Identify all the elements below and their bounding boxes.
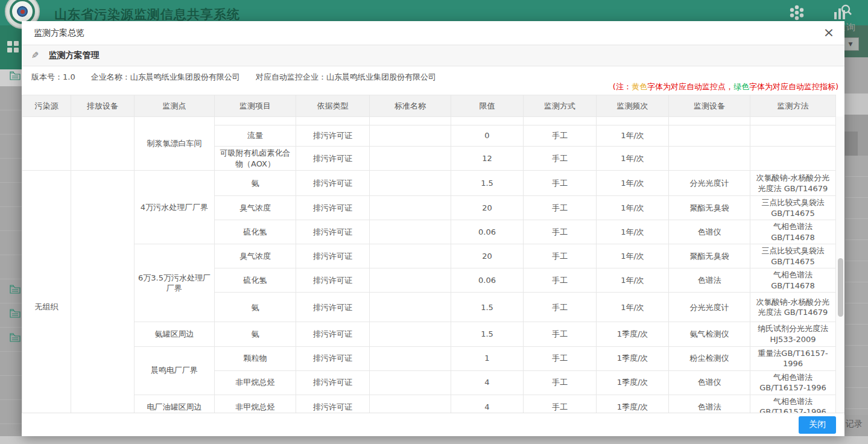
cell-frequency: 1年/次 xyxy=(597,125,669,147)
dialog-title: 监测方案总览 xyxy=(34,28,84,39)
cell-item: 硫化氢 xyxy=(215,220,296,244)
cell-mode: 手工 xyxy=(524,322,597,346)
table-row: 无组织4万污水处理厂厂界氨排污许可证1.5手工1年/次分光光度计次氯酸钠-水杨酸… xyxy=(22,171,836,196)
cell-device: 粉尘检测仪 xyxy=(669,346,750,370)
sidebar-menu-grid-icon[interactable] xyxy=(7,41,19,52)
cell-basis: 排污许可证 xyxy=(296,322,370,346)
pencil-icon: ✎ xyxy=(31,50,39,61)
cell-item: 氨 xyxy=(215,293,296,322)
background-record-text: 记录 xyxy=(846,419,863,430)
cell-standard xyxy=(370,171,451,196)
cell-frequency: 1季度/次 xyxy=(597,395,669,413)
table-body: 制浆氯漂白车间流量排污许可证0手工1年/次可吸附有机卤素化合物（AOX）排污许可… xyxy=(22,117,836,413)
cell-device xyxy=(669,125,750,147)
table-row: 电厂油罐区周边非甲烷总烃排污许可证4手工1季度/次色谱法气相色谱法 GB/T16… xyxy=(22,395,836,413)
column-header: 监测点 xyxy=(135,95,215,117)
cell-point: 晨鸣电厂厂界 xyxy=(135,346,215,395)
note-green: 绿色 xyxy=(733,82,749,91)
cell-standard xyxy=(370,147,451,171)
folder-icon[interactable] xyxy=(10,309,21,318)
folder-icon[interactable] xyxy=(10,333,21,342)
cell-mode: 手工 xyxy=(524,293,597,322)
section-title: 监测方案管理 xyxy=(49,50,100,61)
cell-limit: 1 xyxy=(451,346,524,370)
cell-device: 色谱法 xyxy=(669,268,750,293)
monitoring-plan-table: 污染源排放设备监测点监测项目依据类型标准名称限值监测方式监测频次监测设备监测方法… xyxy=(22,95,836,413)
cell-basis xyxy=(296,117,370,125)
column-header: 监测项目 xyxy=(215,95,296,117)
close-button[interactable]: 关闭 xyxy=(799,416,836,434)
cell-device: 聚酯无臭袋 xyxy=(669,244,750,268)
cell-method xyxy=(750,147,836,171)
column-header: 监测频次 xyxy=(597,95,669,117)
cell-limit: 0.06 xyxy=(451,220,524,244)
column-header: 监测设备 xyxy=(669,95,750,117)
cell-frequency: 1年/次 xyxy=(597,171,669,196)
version-value: 1.0 xyxy=(63,72,75,81)
cell-basis: 排污许可证 xyxy=(296,268,370,293)
cell-item xyxy=(215,117,296,125)
cell-device: 色谱仪 xyxy=(669,370,750,395)
version-label: 版本号： xyxy=(31,72,63,81)
cell-device: 聚酯无臭袋 xyxy=(669,196,750,220)
version-info: 版本号：1.0 xyxy=(31,72,75,81)
cell-method: 三点比较式臭袋法 GB/T14675 xyxy=(750,196,836,220)
table-scrollbar[interactable] xyxy=(835,116,844,413)
cell-method: 三点比较式臭袋法 GB/T14675 xyxy=(750,244,836,268)
cell-item: 臭气浓度 xyxy=(215,196,296,220)
column-header: 限值 xyxy=(451,95,524,117)
cell-point: 6万3.5万污水处理厂厂界 xyxy=(135,244,215,322)
cell-limit: 0.06 xyxy=(451,268,524,293)
column-header: 监测方式 xyxy=(524,95,597,117)
cell-item: 非甲烷总烃 xyxy=(215,395,296,413)
note-mid: 字体为对应自动监控点， xyxy=(647,82,733,91)
cell-limit: 12 xyxy=(451,147,524,171)
cell-item: 臭气浓度 xyxy=(215,244,296,268)
column-header: 污染源 xyxy=(22,95,71,117)
cell-standard xyxy=(370,220,451,244)
cell-mode: 手工 xyxy=(524,171,597,196)
cell-standard xyxy=(370,125,451,147)
close-icon[interactable]: × xyxy=(822,26,836,39)
cell-frequency: 1季度/次 xyxy=(597,322,669,346)
cell-mode: 手工 xyxy=(524,196,597,220)
background-dropdown[interactable]: ▼ xyxy=(842,37,859,51)
cell-limit xyxy=(451,117,524,125)
company-label: 企业名称： xyxy=(91,72,130,81)
cell-item: 硫化氢 xyxy=(215,268,296,293)
cell-standard xyxy=(370,268,451,293)
cell-method: 纳氏试剂分光光度法HJ533-2009 xyxy=(750,322,836,346)
app-logo-core xyxy=(17,6,28,17)
cell-pollution_source: 无组织 xyxy=(22,171,71,413)
sidebar-dimmed-list xyxy=(0,86,22,436)
section-bar: ✎ 监测方案管理 xyxy=(22,45,844,66)
note-prefix: (注： xyxy=(613,82,632,91)
dialog-header: 监测方案总览 × xyxy=(22,21,844,45)
cell-equipment xyxy=(71,171,135,413)
folder-icon[interactable] xyxy=(10,71,21,80)
note-suffix: 字体为对应自动监控指标) xyxy=(749,82,838,91)
cell-mode: 手工 xyxy=(524,346,597,370)
background-table-rows xyxy=(844,156,868,415)
cell-device: 氨气检测仪 xyxy=(669,322,750,346)
cell-method: 气相色谱法 GB/T14678 xyxy=(750,220,836,244)
cell-standard xyxy=(370,322,451,346)
chevron-down-icon: ▼ xyxy=(849,41,853,47)
cell-frequency: 1年/次 xyxy=(597,220,669,244)
cell-item: 非甲烷总烃 xyxy=(215,370,296,395)
scrollbar-thumb[interactable] xyxy=(838,258,843,317)
cell-mode: 手工 xyxy=(524,395,597,413)
background-block xyxy=(844,94,868,115)
cell-mode xyxy=(524,117,597,125)
cell-point: 4万污水处理厂厂界 xyxy=(135,171,215,244)
folder-icon[interactable] xyxy=(10,285,21,294)
cell-limit: 1.5 xyxy=(451,171,524,196)
cell-item: 颗粒物 xyxy=(215,346,296,370)
cell-limit: 1.5 xyxy=(451,322,524,346)
cell-method: 次氯酸钠-水杨酸分光光度法 GB/T14679 xyxy=(750,171,836,196)
cell-standard xyxy=(370,244,451,268)
table-row: 6万3.5万污水处理厂厂界臭气浓度排污许可证20手工1年/次聚酯无臭袋三点比较式… xyxy=(22,244,836,268)
table-header-row: 污染源排放设备监测点监测项目依据类型标准名称限值监测方式监测频次监测设备监测方法 xyxy=(22,95,836,117)
cell-point: 电厂油罐区周边 xyxy=(135,395,215,413)
table-row: 制浆氯漂白车间 xyxy=(22,117,836,125)
